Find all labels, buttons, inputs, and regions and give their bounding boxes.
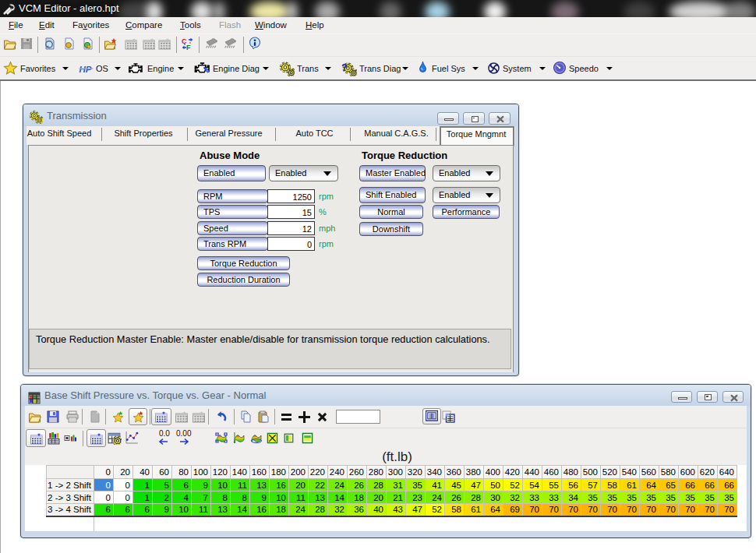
svg-text:?: ? bbox=[341, 62, 348, 73]
svg-text:F: F bbox=[186, 44, 191, 50]
